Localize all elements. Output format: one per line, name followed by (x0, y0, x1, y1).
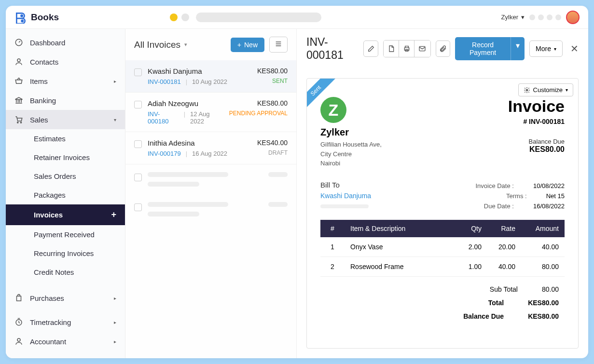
chevron-down-icon: ▾ (521, 13, 525, 21)
total-label: Sub Total (490, 285, 518, 293)
svg-point-7 (17, 338, 20, 341)
invoice-amount: KES40.00 (257, 139, 288, 147)
balance-amount: KES80.00 (508, 145, 565, 154)
user-avatar[interactable] (566, 11, 580, 24)
nav-retainer-invoices[interactable]: Retainer Invoices (6, 148, 125, 167)
nav-timetracking[interactable]: Timetracking▸ (6, 312, 125, 332)
balance-label: Balance Due (508, 138, 565, 145)
app-name: Books (31, 12, 59, 23)
nav-dashboard[interactable]: Dashboard (6, 33, 125, 52)
email-button[interactable] (414, 40, 430, 57)
invoice-row[interactable]: Inithia Adesina INV-000179|16 Aug 2022 K… (125, 132, 296, 164)
list-menu-button[interactable] (269, 37, 288, 53)
checkbox[interactable] (134, 101, 142, 108)
cell-desc: Onyx Vase (345, 237, 458, 257)
plus-icon[interactable]: + (111, 210, 116, 220)
org-selector[interactable]: Zylker ▾ (501, 13, 525, 21)
customer-name: Adiah Nzeogwu (148, 99, 223, 108)
nav-label: Credit Notes (34, 268, 74, 276)
close-button[interactable]: ✕ (570, 43, 579, 54)
list-header: All Invoices▾ +New (125, 29, 296, 60)
nav-purchases[interactable]: Purchases▸ (6, 288, 125, 308)
action-group (383, 40, 430, 57)
col-rate: Rate (487, 220, 521, 237)
bank-icon (14, 96, 23, 105)
nav-invoices[interactable]: Invoices+ (6, 204, 125, 225)
invoice-row[interactable]: Adiah Nzeogwu INV-000180|12 Aug 2022 KES… (125, 93, 296, 132)
user-icon (14, 57, 23, 66)
more-button[interactable]: More▾ (529, 40, 563, 57)
invoice-number-link[interactable]: INV-000181 (148, 78, 181, 85)
pdf-button[interactable] (384, 40, 399, 57)
bag-icon (14, 294, 23, 302)
addr-line: City Centre (320, 149, 382, 159)
invoice-document: Sent Customize▾ Z Zylker Gilfilian House… (306, 78, 579, 349)
invoice-status: DRAFT (257, 149, 288, 156)
nav-accountant[interactable]: Accountant▸ (6, 332, 125, 351)
nav-label: Dashboard (30, 39, 65, 47)
cart-icon (14, 115, 23, 124)
nav-credit-notes[interactable]: Credit Notes (6, 263, 125, 282)
invoice-number-link[interactable]: INV-000179 (148, 150, 181, 157)
bill-to-name[interactable]: Kwashi Danjuma (320, 192, 371, 200)
dot-icon (529, 14, 535, 20)
list-filter-dropdown[interactable]: All Invoices▾ (134, 40, 187, 50)
checkbox[interactable] (134, 140, 142, 148)
nav-label: Invoices (34, 211, 63, 219)
app-logo[interactable]: Books (14, 11, 59, 24)
invoice-status: SENT (257, 78, 288, 84)
record-payment-button[interactable]: Record Payment (455, 37, 511, 60)
nav-label: Items (30, 77, 48, 85)
invoice-meta: Invoice Date :10/08/2022Terms :Net 15Due… (475, 181, 565, 211)
cell-num: 1 (320, 237, 345, 257)
chart-icon (14, 356, 23, 358)
search-placeholder[interactable] (196, 13, 321, 22)
nav-reports[interactable]: Reports (6, 351, 125, 358)
col-qty: Qty (458, 220, 487, 237)
cell-rate: 20.00 (487, 237, 521, 257)
customize-button[interactable]: Customize▾ (518, 83, 573, 96)
new-invoice-button[interactable]: +New (231, 38, 264, 52)
nav-label: Purchases (30, 294, 64, 302)
checkbox[interactable] (134, 174, 142, 181)
col-amount: Amount (521, 220, 565, 237)
nav-sales-orders[interactable]: Sales Orders (6, 167, 125, 186)
topbar: Books Zylker ▾ (6, 6, 588, 29)
addr-line: Gilfilian Housetta Ave, (320, 140, 382, 149)
meta-value: Net 15 (546, 192, 565, 200)
col-num: # (320, 220, 345, 237)
nav-sales[interactable]: Sales▾ (6, 110, 125, 129)
nav-packages[interactable]: Packages (6, 186, 125, 204)
checkbox[interactable] (134, 203, 142, 211)
edit-button[interactable] (363, 40, 378, 57)
nav-contacts[interactable]: Contacts (6, 52, 125, 71)
total-value: KES80.00 (528, 299, 559, 307)
app-window: Books Zylker ▾ Dashboard Contacts Items (6, 6, 588, 358)
checkbox[interactable] (134, 68, 142, 76)
chevron-down-icon: ▾ (184, 41, 187, 48)
nav-recurring-invoices[interactable]: Recurring Invoices (6, 244, 125, 263)
list-item-placeholder (125, 194, 296, 224)
invoice-amount: KES80.00 (229, 99, 288, 107)
button-label: New (244, 41, 258, 49)
button-label: Customize (533, 86, 563, 94)
nav-items[interactable]: Items▸ (6, 71, 125, 91)
cell-amount: 40.00 (521, 237, 565, 257)
gauge-icon (14, 38, 23, 47)
nav-payment-received[interactable]: Payment Received (6, 225, 125, 244)
nav-label: Recurring Invoices (34, 249, 94, 257)
meta-label: Invoice Date : (475, 182, 514, 189)
nav-estimates[interactable]: Estimates (6, 129, 125, 148)
document-number: # INV-000181 (508, 118, 565, 125)
meta-value: 16/08/2022 (533, 202, 565, 210)
attach-button[interactable] (436, 40, 451, 57)
nav-label: Estimates (34, 135, 66, 143)
invoice-number-link[interactable]: INV-000180 (148, 110, 179, 125)
record-payment-dropdown[interactable]: ▾ (511, 37, 525, 60)
nav-banking[interactable]: Banking (6, 91, 125, 110)
addr-line: Nairobi (320, 159, 382, 168)
cell-num: 2 (320, 256, 345, 276)
invoice-row[interactable]: Kwashi Danjuma INV-000181|10 Aug 2022 KE… (125, 60, 296, 93)
print-button[interactable] (399, 40, 414, 57)
button-label: Record Payment (462, 41, 504, 56)
